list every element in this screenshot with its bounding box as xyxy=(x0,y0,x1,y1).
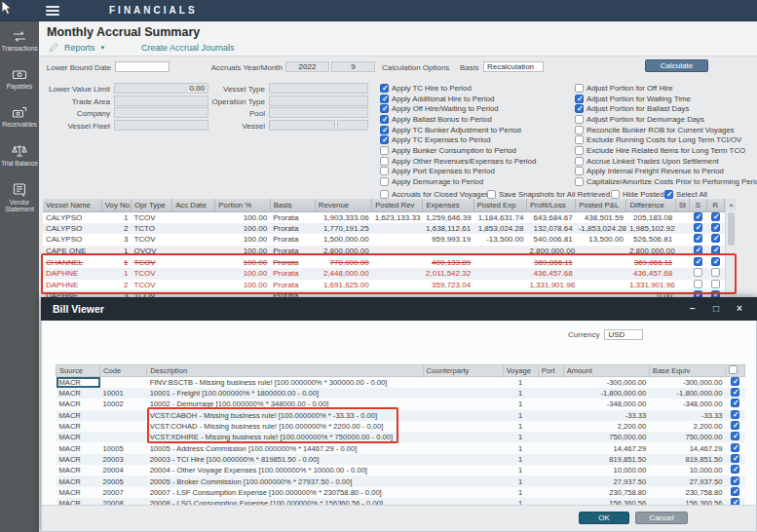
checkbox[interactable] xyxy=(729,365,738,374)
bill-row[interactable]: MACR1000110001 - Freight [100.000000% * … xyxy=(57,388,745,399)
bill-row[interactable]: MACR1000510005 - Address Commission [100… xyxy=(57,442,745,453)
checkbox[interactable] xyxy=(711,212,720,221)
checkbox[interactable] xyxy=(711,268,720,277)
bill-row[interactable]: MACR2000720007 - LSF Consumption Expense… xyxy=(57,487,745,498)
checkbox[interactable] xyxy=(575,126,584,134)
checkbox[interactable] xyxy=(380,190,389,199)
table-row[interactable]: CAPE ONE1OVOV100.00Prorata2,800,000.002,… xyxy=(43,246,725,257)
checkbox[interactable] xyxy=(575,135,584,144)
checkbox[interactable] xyxy=(380,146,389,155)
bill-row[interactable]: MACR2000520005 - Broker Commission [100.… xyxy=(57,475,745,486)
checkbox[interactable] xyxy=(731,377,739,386)
sidebar-item-trial-balance[interactable]: Trial Balance xyxy=(0,144,39,167)
checkbox[interactable] xyxy=(731,454,739,463)
checkbox[interactable] xyxy=(380,135,389,144)
table-row[interactable]: CALYPSO1TCOV100.00Prorata1,903,333.061,6… xyxy=(43,211,725,223)
bill-row[interactable]: MACRVCST:CABOH - Missing business rule! … xyxy=(57,410,745,421)
column-header[interactable]: St xyxy=(675,199,689,211)
checkbox[interactable] xyxy=(575,177,584,186)
bill-row[interactable]: MACRVCST:XDHIRE - Missing business rule!… xyxy=(57,432,745,442)
scroll-up-icon[interactable]: ▲ xyxy=(726,199,737,210)
close-icon[interactable]: × xyxy=(730,297,749,321)
checkbox[interactable] xyxy=(731,487,739,496)
table-row[interactable]: CALYPSO3TCOV100.00Prorata1,500,000.00959… xyxy=(43,234,725,246)
bill-row[interactable]: MACR1000210002 - Demurrage [100.000000% … xyxy=(57,399,745,409)
checkbox[interactable] xyxy=(380,84,389,93)
checkbox[interactable] xyxy=(711,257,720,266)
table-row[interactable]: DAPHNE2TCOV100.00Prorata1,691,625.00359,… xyxy=(43,280,725,291)
column-header[interactable]: Difference xyxy=(626,199,675,211)
checkbox[interactable] xyxy=(731,388,739,397)
column-header[interactable]: R xyxy=(706,199,724,211)
checkbox[interactable] xyxy=(731,476,739,485)
reports-menu[interactable]: Reports xyxy=(64,43,95,53)
minimize-icon[interactable]: − xyxy=(683,297,702,321)
column-header[interactable]: Code xyxy=(100,365,147,377)
sidebar-item-transactions[interactable]: Transactions xyxy=(0,30,39,52)
checkbox[interactable] xyxy=(711,223,720,232)
checkbox[interactable] xyxy=(694,246,702,254)
column-header[interactable]: Basis xyxy=(270,199,315,211)
checkbox[interactable] xyxy=(575,157,584,166)
column-header[interactable]: Base Equiv xyxy=(649,365,725,377)
checkbox[interactable] xyxy=(694,280,702,288)
checkbox[interactable] xyxy=(575,104,584,113)
bill-row[interactable]: MACRFINV:BSCTB - Missing business rule! … xyxy=(57,377,745,389)
checkbox[interactable] xyxy=(575,95,584,103)
checkbox[interactable] xyxy=(694,268,702,277)
checkbox[interactable] xyxy=(380,104,389,113)
column-header[interactable]: Revenue xyxy=(315,199,371,211)
column-header[interactable]: Source xyxy=(57,365,100,377)
accruals-year-input[interactable] xyxy=(285,61,329,72)
column-header[interactable]: Profit/Loss xyxy=(526,199,575,211)
calculate-button[interactable]: Calculate xyxy=(645,59,708,72)
checkbox[interactable] xyxy=(380,167,389,175)
currency-input[interactable] xyxy=(604,329,643,340)
column-header[interactable]: Voyage xyxy=(503,365,538,377)
column-header[interactable]: Expenses xyxy=(423,199,473,211)
grid-scrollbar[interactable]: ▲ xyxy=(725,199,737,302)
vessel-input[interactable] xyxy=(269,120,335,131)
checkbox[interactable] xyxy=(731,410,739,419)
checkbox[interactable] xyxy=(575,146,584,155)
checkbox[interactable] xyxy=(731,399,739,407)
checkbox[interactable] xyxy=(711,234,720,243)
column-header[interactable]: S xyxy=(689,199,706,211)
column-header[interactable]: Voy No. xyxy=(101,199,131,211)
sidebar-item-payables[interactable]: Payables xyxy=(0,68,39,90)
table-row[interactable]: CHANNEL1TCOV100.00Prorata770,000.00400,1… xyxy=(43,256,725,268)
checkbox[interactable] xyxy=(380,126,389,134)
column-header[interactable]: Posted Rev xyxy=(372,199,423,211)
column-header[interactable]: Port xyxy=(538,365,563,377)
column-header[interactable]: Posted Exp xyxy=(473,199,526,211)
checkbox[interactable] xyxy=(731,443,739,452)
pool-input[interactable] xyxy=(269,107,368,118)
create-accrual-journals-button[interactable]: Create Accrual Journals xyxy=(141,43,235,53)
basis-input[interactable] xyxy=(483,61,544,72)
accruals-month-input[interactable] xyxy=(331,61,375,72)
checkbox[interactable] xyxy=(380,157,389,166)
column-header[interactable]: Description xyxy=(147,365,423,377)
checkbox[interactable] xyxy=(575,167,584,175)
checkbox[interactable] xyxy=(694,234,702,243)
checkbox[interactable] xyxy=(380,95,389,103)
lower-bound-date-input[interactable] xyxy=(115,61,170,72)
table-row[interactable]: DAPHNE1TCOV100.00Prorata2,448,000.002,01… xyxy=(43,268,725,280)
cancel-button[interactable]: Cancel xyxy=(635,512,688,524)
checkbox[interactable] xyxy=(380,177,389,186)
maximize-icon[interactable]: □ xyxy=(706,297,726,321)
checkbox[interactable] xyxy=(694,223,702,232)
checkbox[interactable] xyxy=(575,115,584,124)
checkbox[interactable] xyxy=(575,84,584,93)
column-header[interactable]: Opr Type xyxy=(131,199,171,211)
bill-row[interactable]: MACR2000420004 - Other Voyage Expenses [… xyxy=(57,465,745,475)
checkbox[interactable] xyxy=(711,246,720,254)
column-header[interactable]: Vessel Name xyxy=(43,199,101,211)
table-row[interactable]: CALYPSO2TCTO100.00Prorata1,770,191.251,6… xyxy=(43,223,725,235)
checkbox[interactable] xyxy=(731,432,739,440)
operation-type-input[interactable] xyxy=(269,95,368,106)
checkbox[interactable] xyxy=(694,257,702,266)
column-header[interactable]: Acc Date xyxy=(172,199,215,211)
column-header[interactable]: Counterparty xyxy=(423,365,503,377)
bill-row[interactable]: MACRVCST:COHAD - Missing business rule! … xyxy=(57,421,745,432)
